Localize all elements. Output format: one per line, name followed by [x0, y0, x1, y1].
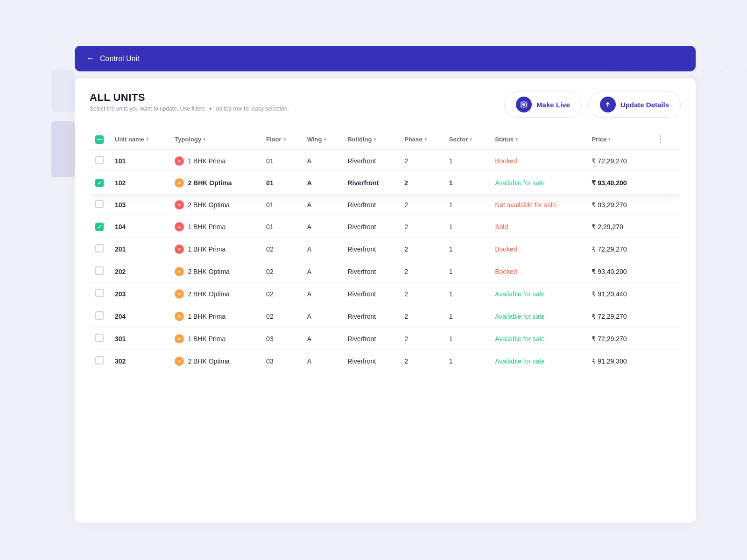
- checkbox-cell-302[interactable]: [90, 350, 109, 372]
- header-wing[interactable]: Wing ▾: [302, 129, 342, 150]
- typology-dot-204: ●: [175, 312, 184, 321]
- status-badge-201: Booked: [495, 245, 517, 253]
- status-badge-103: Not available for sale: [495, 201, 556, 209]
- checkbox-302[interactable]: [95, 356, 104, 364]
- status-badge-301: Available for sale: [495, 335, 544, 343]
- header-floor[interactable]: Floor ▾: [261, 129, 302, 150]
- sidebar-card-bottom: [51, 121, 75, 177]
- more-cell-102: [648, 172, 681, 194]
- wing-cell-302: A: [302, 350, 342, 372]
- more-options-icon[interactable]: ⋮: [654, 134, 667, 144]
- header-sector[interactable]: Sector ▾: [444, 129, 489, 150]
- header-price[interactable]: Price ▾: [586, 129, 648, 150]
- checkbox-204[interactable]: [95, 311, 104, 320]
- typology-label-302: 2 BHK Optima: [188, 357, 229, 365]
- typology-chevron-icon: ▾: [203, 137, 205, 142]
- building-cell-301: Riverfront: [342, 328, 399, 350]
- floor-cell-204: 02: [261, 305, 302, 328]
- checkbox-cell-101[interactable]: [90, 150, 109, 172]
- checkbox-cell-201[interactable]: [90, 238, 109, 260]
- table-row: 301 ● 1 BHK Prima 03 A Riverfront 2 1 Av…: [90, 328, 681, 350]
- status-cell-203: Available for sale: [489, 283, 586, 305]
- header-typology[interactable]: Typology ▾: [169, 129, 261, 150]
- wing-cell-104: A: [302, 216, 342, 238]
- phase-cell-201: 2: [399, 238, 444, 260]
- wing-cell-204: A: [302, 305, 342, 328]
- phase-cell-204: 2: [399, 305, 444, 328]
- more-cell-201: [648, 238, 681, 260]
- sector-cell-201: 1: [444, 238, 489, 260]
- typology-label-102: 2 BHK Optima: [188, 179, 232, 187]
- price-cell-103: ₹ 93,29,270: [586, 194, 648, 216]
- checkbox-cell-104[interactable]: [90, 216, 109, 238]
- typology-dot-302: ●: [175, 357, 184, 366]
- table-row: 204 ● 1 BHK Prima 02 A Riverfront 2 1 Av…: [90, 305, 681, 328]
- wing-cell-301: A: [302, 328, 342, 350]
- unit-name-chevron-icon: ▾: [146, 137, 148, 142]
- checkbox-102[interactable]: [95, 179, 104, 187]
- header-actions: Make Live Update Details: [504, 91, 681, 118]
- building-cell-103: Riverfront: [342, 194, 399, 216]
- price-cell-201: ₹ 72,29,270: [586, 238, 648, 260]
- typology-cell-201: ● 1 BHK Prima: [169, 238, 261, 260]
- typology-label-103: 2 BHK Optima: [188, 201, 229, 209]
- checkbox-104[interactable]: [95, 223, 104, 231]
- checkbox-cell-103[interactable]: [90, 194, 109, 216]
- update-details-button[interactable]: Update Details: [588, 91, 681, 118]
- checkbox-301[interactable]: [95, 334, 104, 342]
- table-body: 101 ● 1 BHK Prima 01 A Riverfront 2 1 Bo…: [90, 150, 681, 372]
- price-chevron-icon: ▾: [608, 137, 611, 142]
- floor-cell-301: 03: [261, 328, 302, 350]
- status-cell-302: Available for sale: [489, 350, 586, 372]
- price-cell-102: ₹ 93,40,200: [586, 172, 648, 194]
- wing-chevron-icon: ▾: [324, 137, 326, 142]
- sector-cell-203: 1: [444, 283, 489, 305]
- checkbox-202[interactable]: [95, 266, 104, 275]
- wing-cell-103: A: [302, 194, 342, 216]
- unit-name-cell-204: 204: [109, 305, 169, 328]
- wing-cell-102: A: [302, 172, 342, 194]
- checkbox-cell-202[interactable]: [90, 260, 109, 283]
- typology-label-203: 2 BHK Optima: [188, 290, 229, 298]
- phase-cell-104: 2: [399, 216, 444, 238]
- header-building[interactable]: Building ▾: [342, 129, 399, 150]
- unit-name-cell-202: 202: [109, 260, 169, 283]
- make-live-icon: [516, 97, 532, 112]
- phase-cell-301: 2: [399, 328, 444, 350]
- checkbox-101[interactable]: [95, 156, 104, 164]
- unit-name-cell-103: 103: [109, 194, 169, 216]
- header-unit-name[interactable]: Unit name ▾: [109, 129, 169, 150]
- typology-cell-203: ● 2 BHK Optima: [169, 283, 261, 305]
- checkbox-cell-203[interactable]: [90, 283, 109, 305]
- price-cell-302: ₹ 91,29,300: [586, 350, 648, 372]
- status-badge-204: Available for sale: [495, 313, 544, 320]
- table-row: 203 ● 2 BHK Optima 02 A Riverfront 2 1 A…: [90, 283, 681, 305]
- make-live-button[interactable]: Make Live: [504, 91, 582, 118]
- price-cell-104: ₹ 2,29,270: [586, 216, 648, 238]
- unit-name-cell-101: 101: [109, 150, 169, 172]
- header-checkbox-col[interactable]: [90, 129, 109, 150]
- typology-label-204: 1 BHK Prima: [188, 313, 226, 320]
- checkbox-cell-301[interactable]: [90, 328, 109, 350]
- back-button[interactable]: ←: [86, 54, 94, 63]
- sector-cell-104: 1: [444, 216, 489, 238]
- checkbox-cell-204[interactable]: [90, 305, 109, 328]
- table-row: 101 ● 1 BHK Prima 01 A Riverfront 2 1 Bo…: [90, 150, 681, 172]
- header-checkbox[interactable]: [95, 135, 104, 144]
- price-cell-301: ₹ 72,29,270: [586, 328, 648, 350]
- page-title: ALL UNITS: [90, 91, 289, 104]
- typology-dot-104: ●: [175, 222, 184, 231]
- header-status[interactable]: Status ▾: [489, 129, 586, 150]
- price-cell-202: ₹ 93,40,200: [586, 260, 648, 283]
- unit-name-cell-102: 102: [109, 172, 169, 194]
- typology-label-201: 1 BHK Prima: [188, 245, 226, 253]
- checkbox-cell-102[interactable]: [90, 172, 109, 194]
- header-phase[interactable]: Phase ▾: [399, 129, 444, 150]
- building-cell-203: Riverfront: [342, 283, 399, 305]
- unit-name-cell-104: 104: [109, 216, 169, 238]
- building-chevron-icon: ▾: [374, 137, 376, 142]
- checkbox-103[interactable]: [95, 200, 104, 208]
- more-cell-103: [648, 194, 681, 216]
- checkbox-201[interactable]: [95, 244, 104, 252]
- checkbox-203[interactable]: [95, 289, 104, 297]
